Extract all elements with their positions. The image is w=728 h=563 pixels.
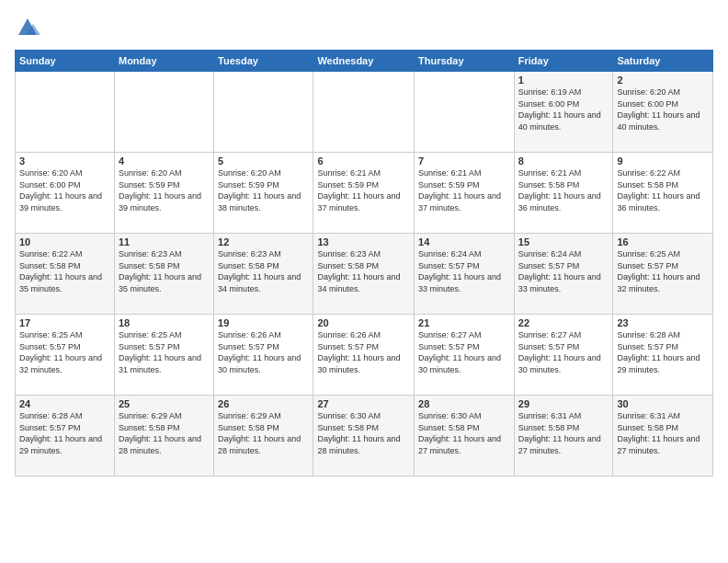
day-number: 7: [418, 155, 510, 167]
day-number: 15: [518, 236, 609, 247]
calendar-cell: 2Sunrise: 6:20 AM Sunset: 6:00 PM Daylig…: [613, 72, 713, 153]
calendar-cell: 3Sunrise: 6:20 AM Sunset: 6:00 PM Daylig…: [16, 153, 115, 234]
weekday-header-friday: Friday: [514, 51, 613, 72]
calendar-cell: 12Sunrise: 6:23 AM Sunset: 5:58 PM Dayli…: [214, 234, 313, 315]
day-info: Sunrise: 6:25 AM Sunset: 5:57 PM Dayligh…: [19, 329, 110, 375]
calendar-cell: 26Sunrise: 6:29 AM Sunset: 5:58 PM Dayli…: [214, 396, 313, 477]
day-info: Sunrise: 6:20 AM Sunset: 6:00 PM Dayligh…: [617, 86, 709, 132]
weekday-header-tuesday: Tuesday: [214, 51, 313, 72]
day-info: Sunrise: 6:31 AM Sunset: 5:58 PM Dayligh…: [617, 410, 709, 456]
day-number: 28: [418, 398, 510, 409]
day-info: Sunrise: 6:24 AM Sunset: 5:57 PM Dayligh…: [518, 248, 609, 294]
day-number: 18: [119, 317, 210, 328]
day-number: 12: [218, 236, 309, 247]
day-info: Sunrise: 6:21 AM Sunset: 5:58 PM Dayligh…: [518, 167, 609, 213]
calendar-cell: 1Sunrise: 6:19 AM Sunset: 6:00 PM Daylig…: [514, 72, 613, 153]
calendar-cell: 5Sunrise: 6:20 AM Sunset: 5:59 PM Daylig…: [214, 153, 313, 234]
weekday-header-sunday: Sunday: [16, 51, 115, 72]
day-info: Sunrise: 6:31 AM Sunset: 5:58 PM Dayligh…: [518, 410, 609, 456]
day-info: Sunrise: 6:23 AM Sunset: 5:58 PM Dayligh…: [317, 248, 410, 294]
day-number: 26: [218, 398, 309, 409]
calendar-cell: 25Sunrise: 6:29 AM Sunset: 5:58 PM Dayli…: [114, 396, 213, 477]
calendar-cell: 11Sunrise: 6:23 AM Sunset: 5:58 PM Dayli…: [114, 234, 213, 315]
day-number: 22: [518, 317, 609, 328]
header: [15, 15, 713, 40]
day-number: 17: [19, 317, 110, 328]
day-number: 27: [317, 398, 410, 409]
day-info: Sunrise: 6:26 AM Sunset: 5:57 PM Dayligh…: [317, 329, 410, 375]
day-info: Sunrise: 6:20 AM Sunset: 5:59 PM Dayligh…: [119, 167, 210, 213]
calendar-cell: 23Sunrise: 6:28 AM Sunset: 5:57 PM Dayli…: [613, 315, 713, 396]
day-number: 24: [19, 398, 110, 409]
calendar-cell: [16, 72, 115, 153]
weekday-header-row: SundayMondayTuesdayWednesdayThursdayFrid…: [16, 51, 713, 72]
calendar-cell: [313, 72, 415, 153]
calendar-cell: [214, 72, 313, 153]
calendar-cell: 21Sunrise: 6:27 AM Sunset: 5:57 PM Dayli…: [415, 315, 515, 396]
day-number: 8: [518, 155, 609, 167]
day-info: Sunrise: 6:24 AM Sunset: 5:57 PM Dayligh…: [418, 248, 510, 294]
day-number: 6: [317, 155, 410, 167]
day-number: 13: [317, 236, 410, 247]
day-info: Sunrise: 6:25 AM Sunset: 5:57 PM Dayligh…: [119, 329, 210, 375]
day-info: Sunrise: 6:22 AM Sunset: 5:58 PM Dayligh…: [19, 248, 110, 294]
calendar-cell: 17Sunrise: 6:25 AM Sunset: 5:57 PM Dayli…: [16, 315, 115, 396]
day-info: Sunrise: 6:28 AM Sunset: 5:57 PM Dayligh…: [617, 329, 709, 375]
day-number: 30: [617, 398, 709, 409]
calendar-cell: 28Sunrise: 6:30 AM Sunset: 5:58 PM Dayli…: [415, 396, 515, 477]
calendar-cell: 13Sunrise: 6:23 AM Sunset: 5:58 PM Dayli…: [313, 234, 415, 315]
day-info: Sunrise: 6:23 AM Sunset: 5:58 PM Dayligh…: [119, 248, 210, 294]
calendar-cell: 19Sunrise: 6:26 AM Sunset: 5:57 PM Dayli…: [214, 315, 313, 396]
weekday-header-monday: Monday: [114, 51, 213, 72]
calendar-cell: 6Sunrise: 6:21 AM Sunset: 5:59 PM Daylig…: [313, 153, 415, 234]
day-number: 4: [119, 155, 210, 167]
calendar-cell: 7Sunrise: 6:21 AM Sunset: 5:59 PM Daylig…: [415, 153, 515, 234]
day-info: Sunrise: 6:21 AM Sunset: 5:59 PM Dayligh…: [317, 167, 410, 213]
day-number: 19: [218, 317, 309, 328]
day-number: 21: [418, 317, 510, 328]
day-info: Sunrise: 6:26 AM Sunset: 5:57 PM Dayligh…: [218, 329, 309, 375]
calendar-cell: 20Sunrise: 6:26 AM Sunset: 5:57 PM Dayli…: [313, 315, 415, 396]
day-info: Sunrise: 6:27 AM Sunset: 5:57 PM Dayligh…: [518, 329, 609, 375]
day-info: Sunrise: 6:21 AM Sunset: 5:59 PM Dayligh…: [418, 167, 510, 213]
day-info: Sunrise: 6:20 AM Sunset: 5:59 PM Dayligh…: [218, 167, 309, 213]
day-number: 1: [518, 75, 609, 86]
day-info: Sunrise: 6:30 AM Sunset: 5:58 PM Dayligh…: [317, 410, 410, 456]
calendar-cell: [415, 72, 515, 153]
day-number: 10: [19, 236, 110, 247]
day-info: Sunrise: 6:19 AM Sunset: 6:00 PM Dayligh…: [518, 86, 609, 132]
calendar-cell: 18Sunrise: 6:25 AM Sunset: 5:57 PM Dayli…: [114, 315, 213, 396]
day-number: 3: [19, 155, 110, 167]
day-info: Sunrise: 6:23 AM Sunset: 5:58 PM Dayligh…: [218, 248, 309, 294]
weekday-header-thursday: Thursday: [415, 51, 515, 72]
week-row-3: 10Sunrise: 6:22 AM Sunset: 5:58 PM Dayli…: [16, 234, 713, 315]
day-number: 16: [617, 236, 709, 247]
day-info: Sunrise: 6:22 AM Sunset: 5:58 PM Dayligh…: [617, 167, 709, 213]
day-number: 2: [617, 75, 709, 86]
calendar-cell: 27Sunrise: 6:30 AM Sunset: 5:58 PM Dayli…: [313, 396, 415, 477]
week-row-2: 3Sunrise: 6:20 AM Sunset: 6:00 PM Daylig…: [16, 153, 713, 234]
calendar-cell: 15Sunrise: 6:24 AM Sunset: 5:57 PM Dayli…: [514, 234, 613, 315]
day-info: Sunrise: 6:29 AM Sunset: 5:58 PM Dayligh…: [218, 410, 309, 456]
day-info: Sunrise: 6:29 AM Sunset: 5:58 PM Dayligh…: [119, 410, 210, 456]
day-number: 11: [119, 236, 210, 247]
day-info: Sunrise: 6:28 AM Sunset: 5:57 PM Dayligh…: [19, 410, 110, 456]
calendar-cell: 9Sunrise: 6:22 AM Sunset: 5:58 PM Daylig…: [613, 153, 713, 234]
day-info: Sunrise: 6:20 AM Sunset: 6:00 PM Dayligh…: [19, 167, 110, 213]
calendar-cell: 4Sunrise: 6:20 AM Sunset: 5:59 PM Daylig…: [114, 153, 213, 234]
weekday-header-wednesday: Wednesday: [313, 51, 415, 72]
calendar-cell: 14Sunrise: 6:24 AM Sunset: 5:57 PM Dayli…: [415, 234, 515, 315]
week-row-5: 24Sunrise: 6:28 AM Sunset: 5:57 PM Dayli…: [16, 396, 713, 477]
day-info: Sunrise: 6:27 AM Sunset: 5:57 PM Dayligh…: [418, 329, 510, 375]
calendar-cell: 16Sunrise: 6:25 AM Sunset: 5:57 PM Dayli…: [613, 234, 713, 315]
calendar-cell: 30Sunrise: 6:31 AM Sunset: 5:58 PM Dayli…: [613, 396, 713, 477]
logo-icon: [15, 15, 40, 40]
calendar-table: SundayMondayTuesdayWednesdayThursdayFrid…: [15, 50, 713, 477]
calendar-cell: 24Sunrise: 6:28 AM Sunset: 5:57 PM Dayli…: [16, 396, 115, 477]
day-number: 5: [218, 155, 309, 167]
day-info: Sunrise: 6:25 AM Sunset: 5:57 PM Dayligh…: [617, 248, 709, 294]
calendar-cell: 22Sunrise: 6:27 AM Sunset: 5:57 PM Dayli…: [514, 315, 613, 396]
day-number: 9: [617, 155, 709, 167]
calendar-cell: 29Sunrise: 6:31 AM Sunset: 5:58 PM Dayli…: [514, 396, 613, 477]
calendar-cell: 10Sunrise: 6:22 AM Sunset: 5:58 PM Dayli…: [16, 234, 115, 315]
